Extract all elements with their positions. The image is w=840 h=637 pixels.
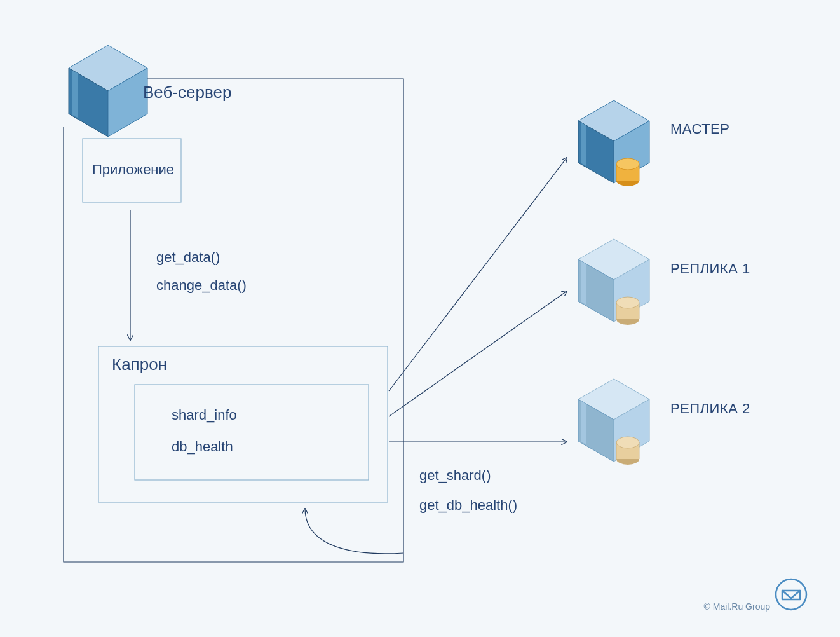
master-db-icon <box>616 158 639 186</box>
svg-point-8 <box>616 175 639 186</box>
svg-marker-13 <box>614 259 649 322</box>
web-server-border <box>64 79 403 562</box>
arrow-kapron-loop <box>305 509 403 554</box>
application-label: Приложение <box>92 161 174 178</box>
svg-point-22 <box>616 453 639 465</box>
arrow-to-replica1 <box>389 291 567 416</box>
svg-marker-12 <box>578 259 614 322</box>
svg-point-25 <box>776 579 806 610</box>
replica1-db-icon <box>616 297 639 325</box>
footer-copyright: © Mail.Ru Group <box>704 601 770 612</box>
diagram-svg <box>0 0 840 637</box>
call-get-shard: get_shard() <box>419 467 491 484</box>
svg-rect-9 <box>616 164 639 181</box>
kapron-item-shard-info: shard_info <box>172 407 237 423</box>
web-server-icon <box>69 45 147 137</box>
replica1-label: РЕПЛИКА 1 <box>670 261 750 277</box>
svg-rect-16 <box>616 303 639 319</box>
arrow-to-master <box>389 158 567 391</box>
svg-marker-18 <box>578 379 649 420</box>
svg-marker-19 <box>578 399 614 462</box>
svg-marker-7 <box>581 123 586 166</box>
svg-marker-5 <box>578 121 614 183</box>
svg-marker-3 <box>72 71 78 118</box>
svg-marker-20 <box>614 399 649 462</box>
svg-marker-1 <box>69 68 108 137</box>
kapron-inner-box <box>135 385 369 480</box>
master-label: МАСТЕР <box>670 121 729 137</box>
svg-marker-21 <box>581 401 586 444</box>
svg-rect-23 <box>616 442 639 459</box>
svg-marker-6 <box>614 121 649 183</box>
mailru-logo-icon <box>776 579 806 610</box>
web-server-label: Веб-сервер <box>143 83 231 102</box>
svg-marker-11 <box>578 239 649 280</box>
svg-point-17 <box>616 297 639 308</box>
diagram-canvas: Веб-сервер Приложение get_data() change_… <box>0 0 840 637</box>
svg-marker-14 <box>581 261 586 305</box>
call-change-data: change_data() <box>156 277 247 294</box>
replica1-server-icon <box>578 239 649 325</box>
kapron-item-db-health: db_health <box>172 439 233 455</box>
svg-point-24 <box>616 437 639 448</box>
svg-marker-0 <box>69 45 147 91</box>
svg-marker-4 <box>578 100 649 141</box>
replica2-server-icon <box>578 379 649 465</box>
svg-marker-2 <box>108 68 147 137</box>
svg-point-10 <box>616 158 639 170</box>
replica2-db-icon <box>616 437 639 465</box>
svg-point-15 <box>616 313 639 325</box>
call-get-db-health: get_db_health() <box>419 497 517 514</box>
replica2-label: РЕПЛИКА 2 <box>670 401 750 417</box>
kapron-label: Капрон <box>112 355 167 374</box>
call-get-data: get_data() <box>156 249 220 266</box>
master-server-icon <box>578 100 649 186</box>
